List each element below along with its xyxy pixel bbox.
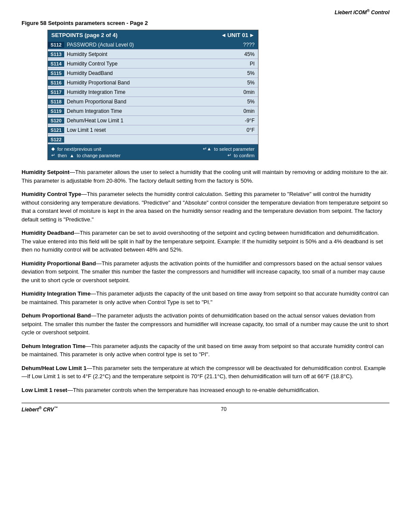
row-label: Humidity Setpoint	[66, 51, 232, 57]
paragraph-2: Humidity Deadband—This parameter can be …	[22, 229, 389, 254]
row-label: Humidity DeadBand	[66, 70, 232, 76]
screen-row[interactable]: S112PASSWORD (Actual Level 0)????	[48, 40, 258, 50]
paragraph-term: Dehum Proportional Band	[22, 312, 91, 319]
row-code: S115	[48, 70, 64, 76]
paragraph-term: Humidity Setpoint	[22, 169, 69, 175]
row-code: S117	[48, 89, 64, 95]
row-value: ????	[232, 42, 258, 48]
screen-row[interactable]: S121Low Limit 1 reset0°F	[48, 125, 258, 135]
paragraphs-container: Humidity Setpoint—This parameter allows …	[22, 168, 389, 394]
row-label: Low Limit 1 reset	[66, 127, 232, 133]
footer-select-param: ↵▲ to select parameter	[203, 146, 255, 152]
screen-row[interactable]: S113Humidity Setpoint45%	[48, 50, 258, 59]
paragraph-5: Dehum Proportional Band—The parameter ad…	[22, 311, 389, 337]
footer-page-number: 70	[221, 406, 226, 412]
paragraph-term: Humidity Control Type	[22, 191, 81, 197]
row-code: S118	[48, 99, 64, 105]
footer-confirm: ↵ to confirm	[227, 152, 255, 158]
row-value: 45%	[232, 51, 258, 57]
right-arrow-icon[interactable]: ►	[249, 32, 255, 38]
row-code: S113	[48, 51, 64, 57]
select-param-text: to select parameter	[214, 146, 255, 152]
screen-row[interactable]: S119Dehum Integration Time0min	[48, 106, 258, 116]
screen-panel: SETPOINTS (page 2 of 4) ◄ UNIT 01 ► S112…	[47, 30, 258, 160]
row-code: S121	[48, 127, 64, 133]
screen-row[interactable]: S122	[48, 135, 258, 144]
confirm-icon: ↵	[227, 152, 231, 158]
paragraph-3: Humidity Proportional Band—This paramete…	[22, 259, 389, 285]
row-code: S112	[48, 42, 64, 48]
row-value: 0°F	[232, 127, 258, 133]
row-code: S114	[48, 61, 64, 67]
row-value: PI	[232, 61, 258, 67]
row-label: Humidity Proportional Band	[66, 80, 232, 86]
footer-brand: Liebert® CRV™	[22, 406, 58, 413]
screen-row[interactable]: S116Humidity Proportional Band5%	[48, 78, 258, 87]
footer-row-1: ◆ for next/previous unit ↵▲ to select pa…	[51, 146, 255, 152]
left-arrow-icon[interactable]: ◄	[221, 32, 227, 38]
paragraph-4: Humidity Integration Time—This parameter…	[22, 289, 389, 306]
paragraph-term: Humidity Deadband	[22, 230, 74, 236]
change-param-icon: ▲	[69, 153, 74, 158]
screen-row[interactable]: S117Humidity Integration Time0min	[48, 87, 258, 97]
row-value: 5%	[232, 80, 258, 86]
select-param-icon: ↵▲	[203, 146, 212, 152]
page-footer: Liebert® CRV™ 70	[22, 403, 389, 413]
row-code: S119	[48, 108, 64, 114]
page-header: Liebert iCOM® Control	[22, 9, 389, 16]
paragraph-term: Dehum/Heat Low Limit 1	[22, 365, 87, 371]
screen-row[interactable]: S115Humidity DeadBand5%	[48, 68, 258, 78]
paragraph-6: Dehum Integration Time—This parameter ad…	[22, 342, 389, 359]
row-code: S120	[48, 118, 64, 124]
nav-unit-text: for next/previous unit	[57, 146, 101, 152]
change-param-text: to change parameter	[77, 153, 121, 158]
screen-row[interactable]: S118Dehum Proportional Band5%	[48, 97, 258, 106]
then-icon: ↵	[51, 152, 55, 158]
screen-header-label: SETPOINTS (page 2 of 4)	[51, 32, 118, 38]
row-code: S122	[48, 137, 64, 143]
then-text: then	[58, 153, 67, 158]
row-label: Humidity Control Type	[66, 61, 232, 67]
paragraph-7: Dehum/Heat Low Limit 1—This parameter se…	[22, 364, 389, 381]
paragraph-1: Humidity Control Type—This parameter sel…	[22, 190, 389, 224]
screen-row[interactable]: S120Dehum/Heat Low Limit 1-9°F	[48, 116, 258, 125]
screen-header: SETPOINTS (page 2 of 4) ◄ UNIT 01 ►	[48, 30, 258, 40]
paragraph-term: Humidity Integration Time	[22, 290, 90, 297]
screen-footer: ◆ for next/previous unit ↵▲ to select pa…	[48, 144, 258, 160]
row-value: 5%	[232, 70, 258, 76]
paragraph-term: Dehum Integration Time	[22, 343, 86, 349]
header-title: Liebert iCOM® Control	[335, 9, 389, 16]
footer-nav-unit: ◆ for next/previous unit	[51, 146, 101, 152]
row-label: Dehum Integration Time	[66, 108, 232, 114]
footer-row-2: ↵ then ▲ to change parameter ↵ to confir…	[51, 152, 255, 158]
nav-unit-icon: ◆	[51, 146, 55, 152]
paragraph-term: Humidity Proportional Band	[22, 260, 96, 267]
row-label: Dehum Proportional Band	[66, 99, 232, 105]
unit-label: UNIT 01	[227, 32, 248, 38]
row-label: PASSWORD (Actual Level 0)	[66, 42, 232, 48]
row-value: 5%	[232, 99, 258, 105]
paragraph-8: Low Limit 1 reset—This parameter control…	[22, 386, 389, 395]
row-label: Dehum/Heat Low Limit 1	[66, 118, 232, 124]
figure-caption: Figure 58 Setpoints parameters screen - …	[22, 20, 389, 26]
paragraph-0: Humidity Setpoint—This parameter allows …	[22, 168, 389, 185]
row-label: Humidity Integration Time	[66, 89, 232, 95]
row-value: 0min	[232, 89, 258, 95]
screen-body: S112PASSWORD (Actual Level 0)????S113Hum…	[48, 40, 258, 144]
unit-nav[interactable]: ◄ UNIT 01 ►	[221, 32, 255, 38]
row-value: -9°F	[232, 118, 258, 124]
footer-then: ↵ then ▲ to change parameter	[51, 152, 121, 158]
paragraph-term: Low Limit 1 reset	[22, 387, 67, 393]
row-code: S116	[48, 80, 64, 86]
confirm-text: to confirm	[234, 153, 255, 158]
screen-row[interactable]: S114Humidity Control TypePI	[48, 59, 258, 68]
row-value: 0min	[232, 108, 258, 114]
